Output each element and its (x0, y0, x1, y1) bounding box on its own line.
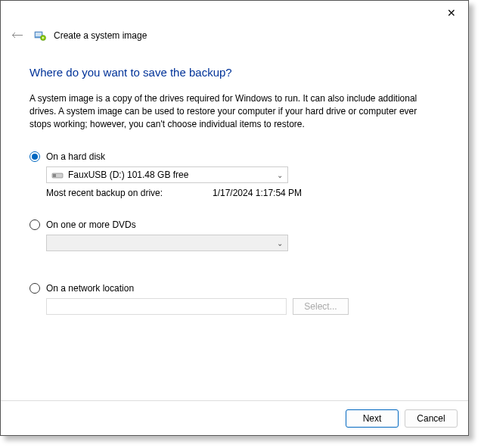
svg-rect-1 (36, 33, 42, 36)
description-text: A system image is a copy of the drives r… (29, 92, 439, 130)
radio-hard-disk[interactable] (29, 151, 40, 162)
radio-network[interactable] (29, 283, 40, 294)
system-image-icon (34, 30, 46, 42)
drive-dropdown[interactable]: FauxUSB (D:) 101.48 GB free ⌄ (46, 166, 288, 183)
header-row: 🡐 Create a system image (1, 25, 468, 46)
chevron-down-icon: ⌄ (277, 239, 283, 247)
close-icon[interactable]: ✕ (444, 7, 459, 19)
radio-dvd-label: On one or more DVDs (46, 219, 136, 230)
content-area: Where do you want to save the backup? A … (1, 46, 468, 400)
next-button[interactable]: Next (346, 409, 399, 428)
recent-backup-info: Most recent backup on drive: 1/17/2024 1… (46, 188, 439, 198)
option-network: On a network location Select... (29, 283, 439, 315)
back-arrow-icon[interactable]: 🡐 (11, 29, 26, 42)
footer: Next Cancel (1, 400, 468, 435)
select-network-button: Select... (293, 298, 349, 315)
radio-dvd[interactable] (29, 219, 40, 230)
titlebar: ✕ (1, 1, 468, 25)
drive-dropdown-value: FauxUSB (D:) 101.48 GB free (68, 170, 277, 180)
option-dvd: On one or more DVDs ⌄ (29, 219, 439, 251)
option-hard-disk: On a hard disk FauxUSB (D:) 101.48 GB fr… (29, 151, 439, 198)
window-title: Create a system image (54, 30, 147, 41)
radio-hard-disk-label: On a hard disk (46, 151, 105, 162)
dialog-window: ✕ 🡐 Create a system image Where do you w… (0, 0, 469, 436)
svg-rect-4 (53, 174, 56, 177)
recent-backup-label: Most recent backup on drive: (46, 188, 213, 198)
page-heading: Where do you want to save the backup? (29, 66, 439, 79)
recent-backup-value: 1/17/2024 1:17:54 PM (213, 188, 302, 198)
dvd-dropdown: ⌄ (46, 235, 288, 251)
cancel-button[interactable]: Cancel (405, 409, 458, 428)
drive-icon (51, 171, 64, 179)
network-location-input[interactable] (46, 298, 287, 315)
radio-network-label: On a network location (46, 283, 134, 294)
chevron-down-icon: ⌄ (277, 171, 283, 179)
